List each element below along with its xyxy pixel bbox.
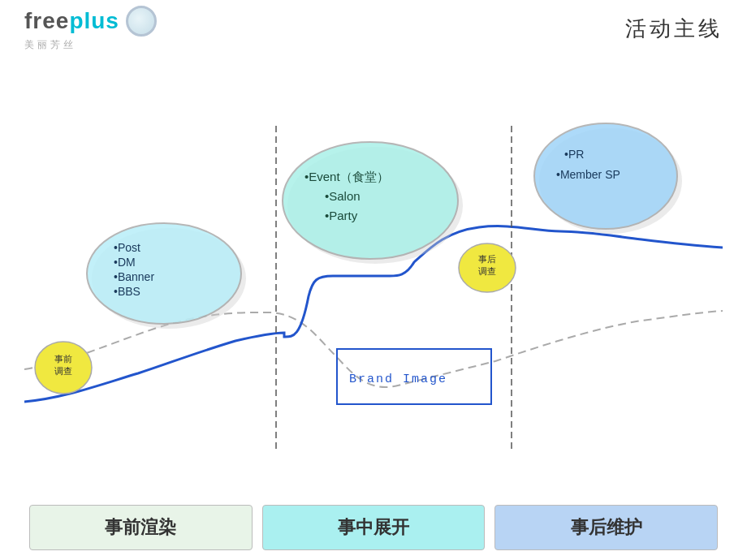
label-mid: 事中展开 [262,505,486,550]
post-text-2: •Member SP [556,168,620,181]
page-title: 活动主线 [625,15,723,43]
logo-plus: plus [69,8,119,33]
survey-pre-text1: 事前 [54,354,72,364]
mid-text-1: •Event（食堂） [304,170,389,183]
mid-text-2: •Salon [325,189,361,203]
header: freeplus 美丽芳丝 活动主线 [0,0,747,57]
post-text-1: •PR [564,148,584,161]
logo-subtitle: 美丽芳丝 [24,38,76,52]
diagram: •Post •DM •Banner •BBS •Event（食堂） •Salon… [24,57,723,503]
logo-circle [126,6,157,37]
survey-pre-text2: 调查 [54,366,72,376]
pre-bubble [87,223,241,324]
logo-area: freeplus 美丽芳丝 [24,6,157,52]
survey-post-text1: 事后 [478,254,496,264]
mid-text-3: •Party [325,209,358,222]
pre-text-3: •Banner [114,270,154,283]
logo-free: free [24,8,69,33]
label-post: 事后维护 [494,505,718,550]
bottom-labels: 事前渲染 事中展开 事后维护 [24,503,723,552]
pre-text-4: •BBS [114,285,140,298]
survey-post-text2: 调查 [478,266,496,276]
mid-bubble [283,142,458,259]
logo-text: freeplus [24,8,119,34]
label-pre: 事前渲染 [29,505,253,550]
pre-text-2: •DM [114,256,136,269]
brand-image-text: Brand Image [349,373,447,386]
main-diagram: •Post •DM •Banner •BBS •Event（食堂） •Salon… [24,57,723,503]
pre-text-1: •Post [114,241,140,254]
